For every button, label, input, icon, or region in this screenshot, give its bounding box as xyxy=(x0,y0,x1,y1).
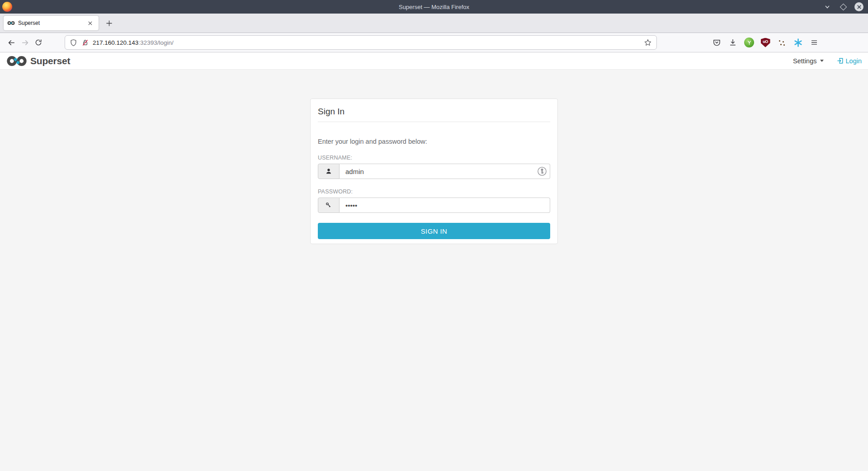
password-label: PASSWORD: xyxy=(318,188,550,195)
key-icon xyxy=(318,198,340,213)
window-titlebar: Superset — Mozilla Firefox xyxy=(0,0,868,14)
username-label: USERNAME: xyxy=(318,155,550,161)
settings-label: Settings xyxy=(793,57,816,65)
menu-icon[interactable] xyxy=(808,36,821,49)
nav-toolbar: 217.160.120.143:32393/login/ xyxy=(0,33,868,52)
url-path: :32393/login/ xyxy=(138,39,173,46)
insecure-lock-icon[interactable] xyxy=(81,39,89,47)
panel-divider xyxy=(318,122,550,122)
firefox-icon xyxy=(2,2,12,12)
sign-in-button[interactable]: SIGN IN xyxy=(318,223,550,239)
window-title: Superset — Mozilla Firefox xyxy=(0,4,868,10)
superset-infinity-icon xyxy=(6,56,27,66)
caret-down-icon xyxy=(820,60,824,62)
sign-in-icon xyxy=(836,57,844,65)
back-icon[interactable] xyxy=(5,36,18,49)
minimize-icon[interactable] xyxy=(823,2,832,11)
sign-in-panel: Sign In Enter your login and password be… xyxy=(310,99,558,244)
username-input[interactable] xyxy=(340,164,550,179)
ublock-origin-icon[interactable]: uO xyxy=(759,36,772,49)
user-icon xyxy=(318,164,340,179)
forward-icon[interactable] xyxy=(18,36,32,49)
tab-superset[interactable]: Superset xyxy=(4,16,99,30)
tab-close-icon[interactable] xyxy=(85,18,95,28)
new-tab-button[interactable] xyxy=(102,16,116,30)
asterisk-extension-icon[interactable] xyxy=(792,36,804,49)
password-manager-icon[interactable] xyxy=(537,166,547,176)
maximize-icon[interactable] xyxy=(839,2,848,11)
login-label: Login xyxy=(846,57,862,65)
site-header: Superset Settings Login xyxy=(0,52,868,70)
url-host: 217.160.120.143 xyxy=(93,39,138,46)
screen: Superset — Mozilla Firefox Superset xyxy=(0,0,868,471)
close-icon[interactable] xyxy=(854,2,863,11)
cookie-extension-icon[interactable] xyxy=(775,36,788,49)
tab-bar: Superset xyxy=(0,14,868,33)
password-group xyxy=(318,198,550,213)
instruction-text: Enter your login and password below: xyxy=(318,138,550,145)
password-input[interactable] xyxy=(340,198,550,213)
downloads-icon[interactable] xyxy=(726,36,739,49)
settings-menu[interactable]: Settings xyxy=(793,57,823,65)
superset-logo[interactable]: Superset xyxy=(6,56,70,66)
tracking-shield-icon[interactable] xyxy=(70,39,77,47)
login-link[interactable]: Login xyxy=(836,57,862,65)
ublock-badge: uO xyxy=(763,39,768,44)
pocket-icon[interactable] xyxy=(710,36,723,49)
green-extension-icon[interactable] xyxy=(743,36,755,49)
page-body: Sign In Enter your login and password be… xyxy=(0,99,868,471)
tab-title: Superset xyxy=(18,20,85,26)
panel-title: Sign In xyxy=(318,99,550,117)
url-bar[interactable]: 217.160.120.143:32393/login/ xyxy=(65,35,657,50)
brand-name: Superset xyxy=(30,56,70,66)
superset-favicon-icon xyxy=(7,21,15,25)
reload-icon[interactable] xyxy=(32,36,45,49)
url-text[interactable]: 217.160.120.143:32393/login/ xyxy=(93,39,174,46)
bookmark-star-icon[interactable] xyxy=(644,38,652,47)
username-group xyxy=(318,164,550,179)
